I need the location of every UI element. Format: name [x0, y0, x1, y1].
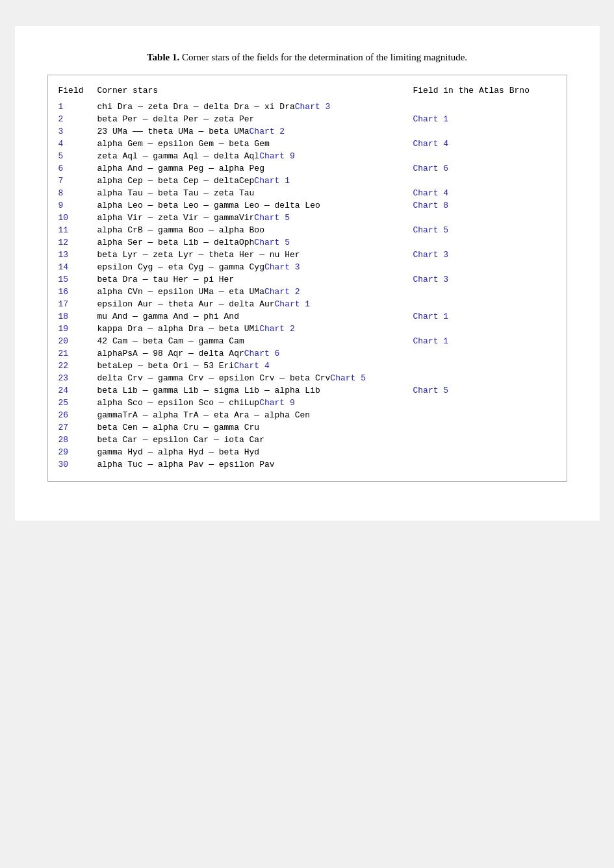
- star-data: alpha Cep — beta Cep — deltaCepChart 1: [97, 176, 413, 186]
- table-row: 23delta Crv — gamma Crv — epsilon Crv — …: [58, 372, 556, 384]
- star-data: alpha Gem — epsilon Gem — beta Gem: [97, 139, 413, 149]
- star-data: alpha Vir — zeta Vir — gammaVirChart 5: [97, 213, 413, 223]
- table-row: 6alpha And — gamma Peg — alpha PegChart …: [58, 162, 556, 175]
- star-data: alphaPsA — 98 Aqr — delta AqrChart 6: [97, 349, 413, 358]
- star-data: chi Dra — zeta Dra — delta Dra — xi DraC…: [97, 102, 413, 112]
- table-row: 5zeta Aql — gamma Aql — delta AqlChart 9: [58, 150, 556, 162]
- atlas-column: Chart 5: [413, 225, 556, 235]
- field-number: 10: [58, 213, 97, 223]
- field-number: 9: [58, 201, 97, 210]
- table-row: 27beta Cen — alpha Cru — gamma Cru: [58, 421, 556, 434]
- field-number: 15: [58, 275, 97, 284]
- table-row: 22betaLep — beta Ori — 53 EriChart 4: [58, 360, 556, 372]
- star-data: beta Per — delta Per — zeta Per: [97, 114, 413, 124]
- field-number: 23: [58, 373, 97, 383]
- atlas-column: Chart 8: [413, 201, 556, 210]
- star-data: alpha CrB — gamma Boo — alpha Boo: [97, 225, 413, 235]
- table-row: 2beta Per — delta Per — zeta PerChart 1: [58, 113, 556, 125]
- field-number: 4: [58, 139, 97, 149]
- field-number: 20: [58, 336, 97, 346]
- atlas-column: Chart 1: [413, 312, 556, 321]
- table-row: 16alpha CVn — epsilon UMa — eta UMaChart…: [58, 286, 556, 298]
- table-row: 12alpha Ser — beta Lib — deltaOphChart 5: [58, 236, 556, 249]
- table-row: 28beta Car — epsilon Car — iota Car: [58, 434, 556, 446]
- star-data: alpha And — gamma Peg — alpha Peg: [97, 164, 413, 173]
- star-data: epsilon Aur — theta Aur — delta AurChart…: [97, 299, 413, 309]
- table-row: 14epsilon Cyg — eta Cyg — gamma CygChart…: [58, 261, 556, 273]
- field-number: 8: [58, 188, 97, 198]
- page-container: Table 1. Corner stars of the fields for …: [15, 26, 600, 521]
- chart-inline-label: Chart 1: [275, 299, 311, 309]
- table-row: 323 UMa —— theta UMa — beta UMaChart 2: [58, 125, 556, 138]
- star-data: 23 UMa —— theta UMa — beta UMaChart 2: [97, 127, 413, 136]
- field-number: 25: [58, 398, 97, 408]
- star-data: mu And — gamma And — phi And: [97, 312, 413, 321]
- field-number: 6: [58, 164, 97, 173]
- header-field: Field: [58, 86, 97, 95]
- star-data: alpha Tau — beta Tau — zeta Tau: [97, 188, 413, 198]
- table-row: 11alpha CrB — gamma Boo — alpha BooChart…: [58, 224, 556, 236]
- table-row: 10alpha Vir — zeta Vir — gammaVirChart 5: [58, 212, 556, 224]
- star-data: beta Lyr — zeta Lyr — theta Her — nu Her: [97, 250, 413, 260]
- star-data: zeta Aql — gamma Aql — delta AqlChart 9: [97, 151, 413, 161]
- atlas-column: Chart 1: [413, 336, 556, 346]
- table-wrapper: Field Corner stars Field in the Atlas Br…: [47, 75, 567, 482]
- chart-inline-label: Chart 3: [295, 102, 331, 112]
- table-row: 29gamma Hyd — alpha Hyd — beta Hyd: [58, 446, 556, 458]
- field-number: 12: [58, 238, 97, 247]
- star-data: 42 Cam — beta Cam — gamma Cam: [97, 336, 413, 346]
- chart-inline-label: Chart 3: [264, 262, 300, 272]
- table-row: 17epsilon Aur — theta Aur — delta AurCha…: [58, 298, 556, 310]
- field-number: 5: [58, 151, 97, 161]
- star-data: epsilon Cyg — eta Cyg — gamma CygChart 3: [97, 262, 413, 272]
- chart-inline-label: Chart 5: [254, 213, 290, 223]
- atlas-column: Chart 4: [413, 139, 556, 149]
- field-number: 22: [58, 361, 97, 371]
- star-data: betaLep — beta Ori — 53 EriChart 4: [97, 361, 413, 371]
- table-title-bold: Table 1.: [147, 52, 179, 62]
- table-row: 1chi Dra — zeta Dra — delta Dra — xi Dra…: [58, 101, 556, 113]
- atlas-column: Chart 5: [413, 386, 556, 395]
- star-data: alpha Leo — beta Leo — gamma Leo — delta…: [97, 201, 413, 210]
- field-number: 17: [58, 299, 97, 309]
- field-number: 19: [58, 324, 97, 334]
- star-data: beta Car — epsilon Car — iota Car: [97, 435, 413, 445]
- table-row: 9alpha Leo — beta Leo — gamma Leo — delt…: [58, 199, 556, 212]
- star-data: delta Crv — gamma Crv — epsilon Crv — be…: [97, 373, 413, 383]
- field-number: 13: [58, 250, 97, 260]
- table-row: 26gammaTrA — alpha TrA — eta Ara — alpha…: [58, 409, 556, 421]
- chart-inline-label: Chart 2: [249, 127, 285, 136]
- field-number: 1: [58, 102, 97, 112]
- chart-inline-label: Chart 2: [259, 324, 295, 334]
- table-body: 1chi Dra — zeta Dra — delta Dra — xi Dra…: [58, 101, 556, 471]
- field-number: 26: [58, 410, 97, 420]
- field-number: 28: [58, 435, 97, 445]
- field-number: 14: [58, 262, 97, 272]
- field-number: 3: [58, 127, 97, 136]
- table-row: 4alpha Gem — epsilon Gem — beta GemChart…: [58, 138, 556, 150]
- star-data: beta Cen — alpha Cru — gamma Cru: [97, 423, 413, 432]
- table-row: 2042 Cam — beta Cam — gamma CamChart 1: [58, 335, 556, 347]
- star-data: alpha CVn — epsilon UMa — eta UMaChart 2: [97, 287, 413, 297]
- field-number: 7: [58, 176, 97, 186]
- chart-inline-label: Chart 2: [264, 287, 300, 297]
- field-number: 24: [58, 386, 97, 395]
- table-row: 30alpha Tuc — alpha Pav — epsilon Pav: [58, 458, 556, 471]
- field-number: 16: [58, 287, 97, 297]
- table-row: 24beta Lib — gamma Lib — sigma Lib — alp…: [58, 384, 556, 397]
- chart-inline-label: Chart 9: [259, 151, 295, 161]
- chart-inline-label: Chart 6: [244, 349, 280, 358]
- table-row: 21alphaPsA — 98 Aqr — delta AqrChart 6: [58, 347, 556, 360]
- header-stars: Corner stars: [97, 86, 413, 95]
- chart-inline-label: Chart 5: [254, 238, 290, 247]
- chart-inline-label: Chart 5: [330, 373, 366, 383]
- atlas-column: Chart 6: [413, 164, 556, 173]
- chart-inline-label: Chart 1: [254, 176, 290, 186]
- table-row: 25alpha Sco — epsilon Sco — chiLupChart …: [58, 397, 556, 409]
- star-data: beta Dra — tau Her — pi Her: [97, 275, 413, 284]
- table-row: 13beta Lyr — zeta Lyr — theta Her — nu H…: [58, 249, 556, 261]
- atlas-column: Chart 3: [413, 275, 556, 284]
- field-number: 29: [58, 447, 97, 457]
- chart-inline-label: Chart 9: [259, 398, 295, 408]
- field-number: 2: [58, 114, 97, 124]
